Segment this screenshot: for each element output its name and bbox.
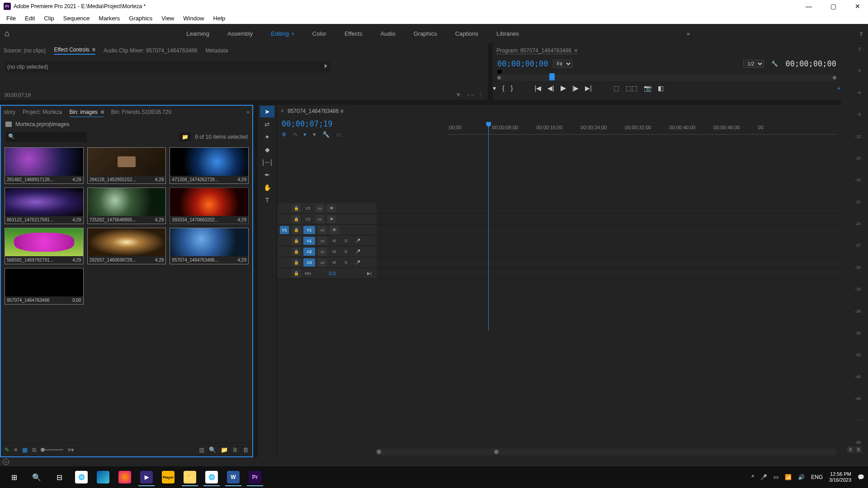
- filter-bin-icon[interactable]: 📁: [179, 132, 191, 141]
- ws-menu-icon[interactable]: ≡: [292, 31, 294, 36]
- linked-selection-icon[interactable]: ∩: [293, 131, 297, 138]
- filter-icon[interactable]: ▼.: [456, 91, 463, 98]
- step-back-icon[interactable]: ◀|: [547, 84, 554, 92]
- sync-lock-icon[interactable]: ▭: [318, 226, 327, 234]
- icon-view-icon[interactable]: ▦: [22, 446, 28, 453]
- sort-icon[interactable]: ≡▾: [68, 446, 75, 453]
- play-icon[interactable]: ▶: [561, 84, 566, 92]
- scrub-start-icon[interactable]: [497, 76, 501, 80]
- solo-button[interactable]: S: [341, 237, 350, 245]
- menu-edit[interactable]: Edit: [21, 14, 38, 23]
- start-button[interactable]: ⊞: [4, 468, 24, 486]
- clip-thumbnail[interactable]: 393334_1470660202...4;29: [170, 188, 249, 224]
- go-to-out-icon[interactable]: ▶|: [585, 84, 592, 92]
- step-forward-icon[interactable]: |▶: [572, 84, 579, 92]
- captions-icon[interactable]: cc: [336, 131, 342, 138]
- menu-clip[interactable]: Clip: [40, 14, 57, 23]
- source-patch[interactable]: V1: [280, 226, 289, 234]
- list-view-icon[interactable]: ≡: [14, 446, 18, 453]
- search-button[interactable]: 🔍: [26, 468, 47, 486]
- workspace-overflow-icon[interactable]: »: [687, 31, 690, 37]
- close-button[interactable]: ✕: [851, 3, 864, 10]
- mix-out-icon[interactable]: ▶|: [365, 269, 374, 277]
- slip-tool[interactable]: |↔|: [260, 156, 274, 168]
- taskbar-edge[interactable]: [93, 468, 113, 486]
- expand-icon[interactable]: [325, 64, 327, 68]
- pen-tool[interactable]: ✒: [260, 169, 274, 181]
- program-scrubber[interactable]: [497, 75, 836, 81]
- mute-button[interactable]: M: [330, 258, 339, 267]
- program-timecode[interactable]: 00;00;00;00: [497, 59, 548, 68]
- clip-thumbnail[interactable]: 282557_1460698728...4;29: [87, 228, 166, 264]
- automate-icon[interactable]: ▥: [199, 446, 204, 453]
- voice-over-icon[interactable]: 🎤: [353, 258, 362, 267]
- type-tool[interactable]: T: [260, 194, 274, 206]
- sync-lock-icon[interactable]: ▭: [318, 248, 327, 256]
- timeline-ruler[interactable]: ;00;0000;00;08;0000;00;16;0000;00;24;000…: [448, 123, 836, 135]
- solo-right[interactable]: S: [855, 446, 862, 453]
- track-label[interactable]: V1: [303, 226, 315, 234]
- tray-language[interactable]: ENG: [811, 474, 823, 480]
- timeline-timecode[interactable]: 00;00;07;19: [282, 119, 342, 128]
- maximize-button[interactable]: ▢: [826, 3, 840, 10]
- scrub-handle[interactable]: [549, 73, 555, 80]
- extract-icon[interactable]: ⬚⬚: [626, 84, 637, 92]
- share-icon[interactable]: ⇪: [478, 91, 483, 98]
- task-view-button[interactable]: ⊟: [49, 468, 70, 486]
- ws-audio[interactable]: Audio: [380, 30, 395, 37]
- mute-button[interactable]: M: [330, 248, 339, 256]
- ws-libraries[interactable]: Libraries: [496, 30, 519, 37]
- ripple-edit-tool[interactable]: ✦: [260, 131, 274, 143]
- scrub-end-icon[interactable]: [833, 76, 836, 80]
- tab-history[interactable]: story: [4, 109, 15, 115]
- sync-lock-icon[interactable]: ▭: [315, 204, 324, 212]
- selection-tool[interactable]: ➤: [260, 106, 274, 117]
- find-icon[interactable]: 🔍: [209, 446, 216, 453]
- clip-thumbnail[interactable]: 284128_1452955152...4;29: [87, 147, 166, 184]
- freeform-view-icon[interactable]: ⧉: [32, 446, 36, 454]
- clip-thumbnail[interactable]: 471208_1474262728...4;29: [170, 147, 249, 184]
- tray-clock[interactable]: 12:56 PM 3/16/2023: [829, 471, 851, 483]
- ws-captions[interactable]: Captions: [455, 30, 478, 37]
- cc-status-icon[interactable]: ∞: [3, 459, 9, 465]
- track-label[interactable]: A2: [303, 248, 315, 256]
- clip-thumbnail[interactable]: 725262_1475648995...4;29: [87, 188, 166, 224]
- tray-wifi-icon[interactable]: 📶: [785, 474, 792, 480]
- lock-icon[interactable]: 🔒: [292, 258, 301, 267]
- toggle-output-icon[interactable]: 👁: [330, 226, 339, 234]
- lock-icon[interactable]: 🔒: [292, 248, 301, 256]
- clip-thumbnail[interactable]: 957074_1464763486...4;29: [170, 228, 249, 264]
- toggle-output-icon[interactable]: 👁: [327, 204, 336, 212]
- new-item-icon[interactable]: 🗎: [232, 446, 238, 453]
- tab-effect-controls[interactable]: Effect Controls ≡: [54, 47, 95, 55]
- tray-battery-icon[interactable]: ▭: [774, 474, 778, 480]
- lock-icon[interactable]: 🔒: [292, 204, 301, 212]
- resolution-select[interactable]: 1/2: [743, 60, 764, 68]
- taskbar-word[interactable]: W: [223, 468, 243, 486]
- export-frame-icon[interactable]: ⇪: [859, 31, 863, 37]
- settings-icon[interactable]: ▾: [313, 131, 316, 138]
- sequence-tab[interactable]: 957074_1464763486 ≡: [288, 108, 344, 114]
- lift-icon[interactable]: ⬚: [613, 84, 619, 92]
- menu-graphics[interactable]: Graphics: [125, 14, 156, 23]
- go-to-in-icon[interactable]: |◀: [534, 84, 541, 92]
- ws-learning[interactable]: Learning: [186, 30, 209, 37]
- tab-project[interactable]: Project: Morteza: [23, 109, 62, 115]
- playhead[interactable]: [488, 123, 489, 331]
- zoom-slider[interactable]: [41, 449, 63, 450]
- settings-icon[interactable]: 🔧: [771, 61, 778, 67]
- taskbar-chrome2[interactable]: 🌐: [202, 468, 222, 486]
- menu-markers[interactable]: Markers: [95, 14, 123, 23]
- writable-icon[interactable]: ✎: [5, 446, 9, 453]
- solo-left[interactable]: S: [847, 446, 854, 453]
- taskbar-explorer[interactable]: 📁: [180, 468, 200, 486]
- taskbar-chrome[interactable]: 🌐: [71, 468, 91, 486]
- solo-button[interactable]: S: [341, 248, 350, 256]
- tray-notifications-icon[interactable]: 💬: [858, 474, 864, 480]
- menu-file[interactable]: File: [3, 14, 19, 23]
- sync-lock-icon[interactable]: ▭: [318, 237, 327, 245]
- clip-thumbnail[interactable]: 863122_1475217581...4;29: [5, 188, 84, 224]
- razor-tool[interactable]: ◆: [260, 144, 274, 155]
- clip-thumbnail[interactable]: 957074_14647634860;00: [5, 268, 84, 305]
- tab-audio-mixer[interactable]: Audio Clip Mixer: 957074_1464763486: [104, 47, 198, 54]
